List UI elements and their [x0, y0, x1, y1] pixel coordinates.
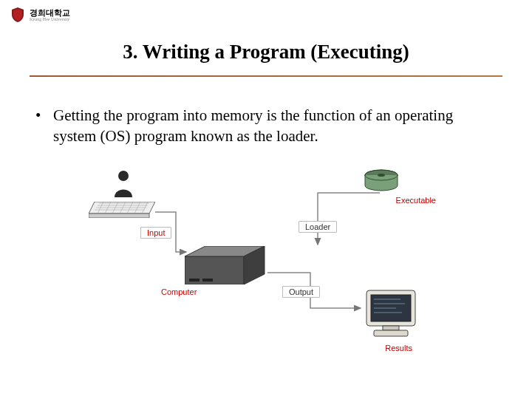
- university-logo: 경희대학교 Kyung Hee University: [9, 6, 70, 24]
- svg-rect-25: [374, 330, 408, 336]
- university-name-en: Kyung Hee University: [30, 17, 70, 21]
- bullet-list: • Getting the program into memory is the…: [35, 105, 497, 147]
- svg-point-0: [118, 171, 129, 181]
- diagram: Input Loader Executable Computer Output …: [89, 169, 443, 354]
- svg-point-21: [378, 174, 385, 177]
- executable-label: Executable: [396, 196, 436, 205]
- svg-rect-17: [189, 279, 200, 282]
- loader-label: Loader: [299, 221, 337, 233]
- svg-rect-18: [202, 279, 213, 282]
- bullet-item: • Getting the program into memory is the…: [35, 105, 497, 147]
- user-icon: [111, 169, 136, 199]
- bullet-marker: •: [35, 105, 53, 147]
- results-label: Results: [385, 344, 412, 352]
- shield-icon: [9, 6, 27, 24]
- university-name: 경희대학교: [30, 9, 70, 17]
- computer-icon: [185, 246, 266, 284]
- title-divider: [30, 75, 502, 77]
- monitor-icon: [364, 289, 421, 339]
- disk-icon: [364, 169, 399, 191]
- computer-label: Computer: [161, 287, 197, 296]
- input-label: Input: [140, 227, 171, 239]
- output-label: Output: [282, 286, 320, 298]
- page-title: 3. Writing a Program (Executing): [0, 41, 532, 71]
- svg-marker-2: [89, 214, 149, 218]
- svg-rect-24: [383, 326, 399, 330]
- keyboard-icon: [89, 202, 155, 218]
- bullet-text: Getting the program into memory is the f…: [53, 105, 497, 147]
